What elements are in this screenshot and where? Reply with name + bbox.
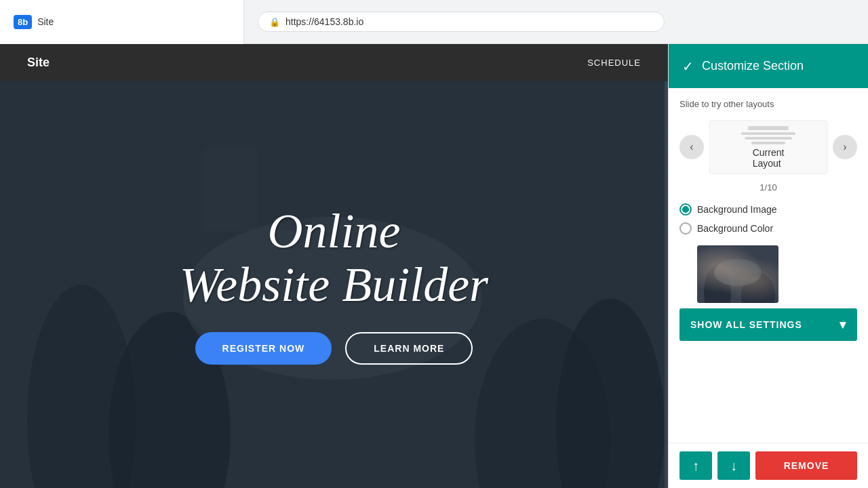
site-nav-menu: SCHEDULE bbox=[587, 58, 641, 68]
svg-rect-13 bbox=[697, 245, 778, 303]
svg-point-11 bbox=[741, 272, 775, 303]
site-nav-title: Site bbox=[27, 56, 50, 70]
hero-title-line2: Website Builder bbox=[180, 258, 488, 312]
panel-header: ✓ Customize Section bbox=[669, 44, 868, 88]
hero-section: Online Website Builder REGISTER NOW LEAR… bbox=[0, 81, 668, 488]
svg-point-10 bbox=[704, 266, 731, 303]
browser-tab: 8b Site bbox=[0, 0, 244, 44]
browser-bar: 8b Site 🔒 https://64153.8b.io bbox=[0, 0, 868, 44]
move-down-button[interactable]: ↓ bbox=[717, 451, 750, 480]
address-bar[interactable]: 🔒 https://64153.8b.io bbox=[258, 12, 665, 32]
check-icon: ✓ bbox=[682, 58, 694, 75]
show-all-label: SHOW ALL SETTINGS bbox=[690, 319, 802, 330]
background-image-thumbnail[interactable] bbox=[697, 245, 778, 303]
layout-preview-lines bbox=[741, 126, 795, 144]
hero-buttons: REGISTER NOW LEARN MORE bbox=[180, 332, 488, 365]
tab-logo: 8b bbox=[14, 15, 32, 29]
bg-color-label: Background Color bbox=[697, 223, 773, 234]
site-nav: Site SCHEDULE bbox=[0, 44, 668, 81]
bg-color-radio[interactable] bbox=[679, 222, 692, 235]
customize-panel: ✓ Customize Section Slide to try other l… bbox=[668, 44, 868, 488]
svg-point-12 bbox=[714, 259, 762, 286]
move-up-button[interactable]: ↑ bbox=[679, 451, 712, 480]
prev-layout-button[interactable]: ‹ bbox=[679, 135, 704, 159]
bg-color-option[interactable]: Background Color bbox=[679, 222, 857, 235]
preview-line-3 bbox=[745, 137, 792, 140]
panel-header-title: Customize Section bbox=[702, 59, 804, 73]
url-text: https://64153.8b.io bbox=[285, 16, 363, 27]
bg-image-radio[interactable] bbox=[679, 203, 692, 216]
layout-preview: CurrentLayout bbox=[709, 120, 827, 174]
remove-button[interactable]: REMOVE bbox=[755, 451, 857, 480]
next-layout-button[interactable]: › bbox=[833, 135, 857, 159]
layout-carousel: ‹ CurrentLayout › bbox=[679, 120, 857, 174]
bg-image-label: Background Image bbox=[697, 204, 777, 215]
tab-title: Site bbox=[37, 16, 54, 27]
current-layout-label: CurrentLayout bbox=[753, 147, 785, 169]
show-all-chevron-icon: ▾ bbox=[840, 317, 846, 332]
preview-line-4 bbox=[751, 142, 785, 144]
lock-icon: 🔒 bbox=[269, 17, 280, 27]
slide-label: Slide to try other layouts bbox=[679, 99, 857, 109]
hero-title-line1: Online bbox=[180, 205, 488, 258]
preview-line-1 bbox=[748, 126, 789, 130]
panel-footer: ↑ ↓ REMOVE bbox=[669, 443, 868, 488]
layout-pagination: 1/10 bbox=[679, 182, 857, 192]
site-preview: Site SCHEDULE bbox=[0, 44, 668, 488]
show-all-settings-button[interactable]: SHOW ALL SETTINGS ▾ bbox=[679, 308, 857, 341]
svg-rect-9 bbox=[697, 245, 778, 303]
main-area: Site SCHEDULE bbox=[0, 44, 868, 488]
bg-image-option[interactable]: Background Image bbox=[679, 203, 857, 216]
background-options: Background Image Background Color bbox=[679, 203, 857, 235]
preview-line-2 bbox=[741, 132, 795, 135]
hero-content: Online Website Builder REGISTER NOW LEAR… bbox=[166, 191, 502, 378]
register-button[interactable]: REGISTER NOW bbox=[195, 332, 332, 365]
panel-body: Slide to try other layouts ‹ CurrentLayo… bbox=[669, 88, 868, 443]
learn-more-button[interactable]: LEARN MORE bbox=[345, 332, 473, 365]
